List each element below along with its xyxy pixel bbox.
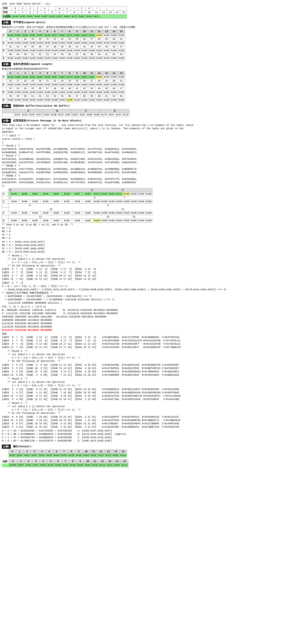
step3-section: 步骤3 初始化MD Buffer(Initialize MD Buffer) A… (2, 104, 280, 117)
step4-label: 步骤4 (2, 119, 11, 123)
hex-0: 0x48 (12, 14, 19, 18)
idx-14: 14 (114, 10, 120, 14)
idx-5: 5 (49, 10, 56, 14)
step1-section: 步骤1 字节填充(Append Bytes) 数据先补1:1个1比特，再补上k个… (2, 20, 280, 60)
char-sp (49, 6, 56, 10)
idx-11: 11 (93, 10, 100, 14)
hex-15 (120, 14, 127, 18)
idx-9: 9 (78, 10, 86, 14)
step3-table: ABCD 0x01 0x23 0x45 0x67 0x89 0xAB 0xCD … (2, 109, 129, 117)
step2-label: 步骤2 (2, 62, 11, 66)
char-empty3 (114, 6, 120, 10)
fbc-detail: F(B, C, D) = (B & C) | (~B & D) B: 10001… (2, 305, 280, 332)
step4-section: 步骤4 处理消息块(Process Message in 16-Byte Blo… (2, 119, 280, 443)
s1-m-label-3: M (2, 56, 7, 60)
hex-3: 0x6C (34, 14, 41, 18)
char-label: 字符 (2, 6, 12, 10)
hex-9: 0x6C (78, 14, 86, 18)
idx-2: 2 (26, 10, 34, 14)
round4-ops: [ABCD 0 6 49] [DABC 7 10 50] [CDAB 14 15… (2, 416, 280, 429)
init-abcd-code: AA = A = [0x01,0x23,0x45,0x67] BB = B = … (2, 240, 280, 254)
char-r: r (71, 6, 78, 10)
s3-B: 0x89 0xAB 0xCD 0xEF (43, 113, 72, 117)
round2-ops: [ABCD 1 5 17] [DABC 6 9 18] [CDAB 11 14 … (2, 364, 280, 377)
idx-1: 1 (19, 10, 26, 14)
hex-1: 0x65 (19, 14, 26, 18)
step2-table: 0123456789101112131415 M 0x480x650x6C0x6… (2, 71, 125, 102)
step1-label: 步骤1 (2, 20, 11, 24)
idx-10: 10 (86, 10, 93, 14)
idx-12: 12 (100, 10, 107, 14)
char-empty2 (107, 6, 114, 10)
hex-7: 0x6F (63, 14, 71, 18)
example-code: 示例 exec md5('Hello World!', 12): (2, 2, 280, 6)
x-table: 0 1 2 X 0x480x650x6C0x6C0x6F0x200x570x6F… (2, 188, 152, 223)
char-H: H (12, 6, 19, 10)
hex-10: 0x64 (86, 14, 93, 18)
step4-desc: This step uses a 64-element table T[1 ..… (2, 124, 280, 134)
idx-13: 13 (107, 10, 114, 14)
hex-6: 0x57 (56, 14, 63, 18)
round1-ops-header: 同理 [ABCD 0 7 1] [DABC 1 12 2] [CDAB 2 17… (2, 332, 280, 349)
idx-0: 0 (12, 10, 19, 14)
hex-13 (107, 14, 114, 18)
step1-desc: 数据先补1:1个1比特，再补上k个0比特，使得补位后的数据比特数(n+1+k)满… (2, 26, 280, 29)
example-section: 示例 exec md5('Hello World!', 12): 字符 H e … (2, 2, 280, 18)
hex-11: 0x21 (93, 14, 100, 18)
s3-D: 0x76 0x54 0x32 0x10 (101, 113, 129, 117)
step1-title: 字节填充(Append Bytes) (12, 20, 46, 24)
step5-title: 输出(Output): (12, 444, 33, 448)
step5-section: 步骤5 输出(Output): 0123456789101112131415 0… (2, 444, 280, 458)
char-l2: l (34, 6, 41, 10)
char-empty4 (120, 6, 127, 10)
round3-comment: /* Round 3. */ /* Let [abcd k s i] denot… (2, 377, 280, 387)
step1-table: 0123456789101112131415 M 0x480x650x6C0x6… (2, 30, 125, 60)
save-code: /* Save A as AA, B as BB, C as CC, and D… (2, 223, 280, 240)
hex-4: 0x6F (41, 14, 49, 18)
char-l3: l (78, 6, 86, 10)
round3-ops: [ABCD 5 4 33] [DABC 8 11 34] [CDAB 11 16… (2, 388, 280, 401)
step2-title: 追加长度信息(Append Length) (12, 62, 53, 66)
hex-label: 16进制 (2, 14, 12, 18)
example-table: 字符 H e l l o W o r l d ! 字符 0 1 2 3 4 5 (2, 6, 127, 18)
char-d: d (86, 6, 93, 10)
idx-6: 6 (56, 10, 63, 14)
char-ex: ! (93, 6, 100, 10)
t-table-code: /* T table */ static uint32_t T[64] = { … (2, 134, 280, 188)
s1-m-label-1: M (2, 41, 7, 45)
char-o: o (41, 6, 49, 10)
step5-label: 步骤5 (2, 444, 11, 449)
result-table: 结果 0123456789101112131415 0x5ED0x070x620… (2, 460, 128, 467)
round2-comment: /* Round 2. */ /* Let [abcd k s i] denot… (2, 350, 280, 363)
char-W: W (56, 6, 63, 10)
char-o2: o (63, 6, 71, 10)
hex-14 (114, 14, 120, 18)
index-label: 字符 (2, 10, 12, 14)
round4-comment: /* Round 4. */ /* Let [abcd k s i] denot… (2, 402, 280, 415)
s1-m-label-2: M (2, 49, 7, 53)
round1-comment: /* Round 1. */ /* Let [abcd k s i] denot… (2, 254, 280, 281)
hex-2: 0x6C (26, 14, 34, 18)
step4-title: 处理消息块(Process Message in 16-Byte Blocks)… (12, 119, 83, 122)
char-l1: l (26, 6, 34, 10)
char-e: e (19, 6, 26, 10)
hex-12 (100, 14, 107, 18)
step3-title: 初始化MD Buffer(Initialize MD Buffer) (12, 104, 70, 108)
idx-3: 3 (34, 10, 41, 14)
idx-4: 4 (41, 10, 49, 14)
step5-table: 0123456789101112131415 0x5E0x070x620x870… (2, 450, 127, 458)
idx-8: 8 (71, 10, 78, 14)
step2-section: 步骤2 追加长度信息(Append Length) 数据比特位的数据长度值追加到… (2, 62, 280, 102)
hex-5: 0x20 (49, 14, 56, 18)
s3-A: 0x01 0x23 0x45 0x67 (14, 113, 43, 117)
step3-label: 步骤3 (2, 104, 11, 108)
idx-15: 15 (120, 10, 127, 14)
char-empty1 (100, 6, 107, 10)
s3-C: 0xFE 0xDC 0xBA 0x98 (72, 113, 101, 117)
idx-7: 7 (63, 10, 71, 14)
hex-8: 0x72 (71, 14, 78, 18)
s1-m-label-0: M (2, 34, 7, 38)
final-code: A = A + AA = 0x201CE4EC + 0x67452301 = 0… (2, 429, 280, 443)
result-section: 结果 0123456789101112131415 0x5ED0x070x620… (2, 460, 280, 467)
abcd-detail: [ABCD 0 7 1] A = B + ((A + F(B, C, D) + … (2, 282, 280, 305)
